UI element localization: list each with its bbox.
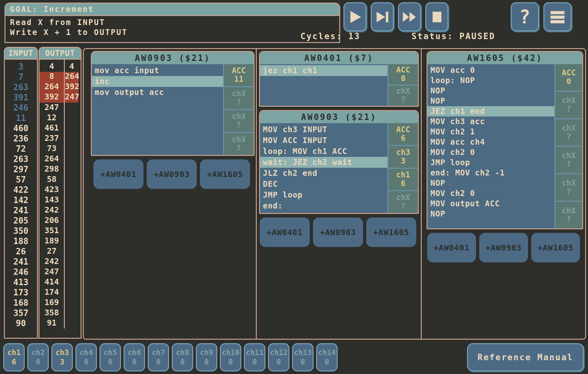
processor-panel-body: mov acc inputincmov output accACC11chX?c… — [92, 64, 254, 155]
output-actual-value: 247 — [65, 92, 79, 104]
output-expected-value: 461 — [39, 123, 64, 133]
code-editor[interactable]: MOV acc 0loop: NOPNOPNOPJEZ ch1 endMOV c… — [428, 64, 554, 228]
code-line[interactable]: MOV output ACC — [428, 199, 554, 209]
output-expected-value: 351 — [39, 226, 64, 236]
channel-label: ch6 — [128, 348, 141, 357]
add-processor-button-aw0401[interactable]: +AW0401 — [260, 217, 310, 247]
channel-button-ch5[interactable]: ch50 — [99, 343, 121, 371]
step-button[interactable] — [371, 2, 394, 31]
add-processor-button-aw0903[interactable]: +AW0903 — [479, 233, 528, 262]
menu-button[interactable] — [543, 2, 572, 31]
channel-button-ch1[interactable]: ch16 — [3, 343, 25, 371]
play-button[interactable] — [343, 2, 367, 31]
workspace-column-2: AW0401 ($7)jez ch1 ch1ACC0chX?AW0903 ($2… — [257, 49, 421, 339]
channel-button-ch6[interactable]: ch60 — [124, 343, 145, 371]
code-line[interactable]: NOP — [428, 96, 554, 106]
output-row: 44 — [39, 62, 81, 72]
register-chx: chX? — [388, 86, 418, 106]
code-line[interactable]: JMP loop — [428, 157, 554, 168]
output-row: 264 — [39, 154, 81, 164]
channel-button-ch3[interactable]: ch33 — [51, 343, 73, 371]
code-line[interactable]: JMP loop — [260, 190, 387, 200]
code-line[interactable]: MOV ch3 INPUT — [260, 124, 387, 135]
code-line[interactable]: mov output acc — [92, 87, 223, 98]
code-line[interactable]: MOV ch2 0 — [428, 188, 554, 199]
code-line[interactable]: end: — [260, 200, 387, 211]
code-line[interactable]: NOP — [428, 86, 554, 96]
reference-manual-button[interactable]: Reference Manual — [467, 343, 584, 371]
code-line[interactable]: JEZ ch1 end — [428, 106, 554, 116]
channel-button-ch4[interactable]: ch40 — [75, 343, 97, 371]
register-ch3: ch33 — [388, 146, 418, 169]
code-line[interactable]: JLZ ch2 end — [260, 168, 387, 179]
code-line[interactable]: jez ch1 ch1 — [260, 65, 387, 76]
register-value: ? — [237, 98, 241, 107]
code-line[interactable]: MOV acc 0 — [428, 65, 554, 75]
goal-line-2: Write X + 1 to OUTPUT — [10, 28, 335, 38]
code-line[interactable]: DEC — [260, 179, 387, 190]
input-value: 168 — [5, 298, 37, 308]
register-acc: ACC0 — [388, 64, 418, 86]
output-expected-value: 264 — [39, 154, 64, 164]
fast-forward-button[interactable] — [398, 2, 421, 31]
output-expected-value: 91 — [39, 318, 64, 328]
register-label: chX — [562, 96, 575, 105]
channel-button-ch13[interactable]: ch130 — [292, 343, 314, 371]
code-line[interactable]: mov acc input — [92, 65, 223, 76]
code-line[interactable]: MOV ACC INPUT — [260, 135, 387, 146]
code-line[interactable]: wait: JEZ ch2 wait — [260, 157, 387, 168]
channel-button-ch11[interactable]: ch110 — [244, 343, 265, 371]
stop-button[interactable] — [425, 2, 448, 31]
processor-panel: AW1605 ($42)MOV acc 0loop: NOPNOPNOPJEZ … — [427, 51, 583, 229]
output-row: 73 — [39, 144, 81, 154]
channel-button-ch9[interactable]: ch90 — [196, 343, 217, 371]
help-button[interactable]: ? — [511, 2, 539, 31]
register-column: ACC11chX?chX?chX? — [223, 64, 254, 155]
channel-button-ch8[interactable]: ch80 — [172, 343, 193, 371]
register-chx: chX? — [224, 110, 254, 133]
add-processor-button-aw0903[interactable]: +AW0903 — [313, 217, 363, 247]
code-line[interactable]: end: MOV ch2 -1 — [428, 168, 554, 178]
output-expected-value: 4 — [39, 62, 64, 72]
processor-panel-title: AW0903 ($21) — [92, 52, 254, 64]
add-processor-button-aw0903[interactable]: +AW0903 — [147, 159, 197, 189]
input-value: 90 — [5, 318, 37, 328]
code-line[interactable]: inc — [92, 76, 223, 87]
code-line[interactable]: MOV ch2 1 — [428, 127, 554, 137]
channel-button-ch7[interactable]: ch70 — [148, 343, 169, 371]
register-label: chX — [562, 179, 575, 188]
channel-button-ch12[interactable]: ch120 — [268, 343, 290, 371]
code-editor[interactable]: jez ch1 ch1 — [260, 64, 387, 106]
code-editor[interactable]: mov acc inputincmov output acc — [92, 64, 223, 155]
input-value: 297 — [5, 164, 37, 174]
channel-value: 0 — [84, 357, 89, 367]
output-expected-value: 358 — [39, 308, 64, 318]
channel-button-ch2[interactable]: ch20 — [27, 343, 49, 371]
add-processor-button-aw1605[interactable]: +AW1605 — [200, 159, 250, 189]
add-processor-button-aw0401[interactable]: +AW0401 — [93, 159, 143, 189]
channel-button-ch10[interactable]: ch100 — [220, 343, 241, 371]
input-value: 246 — [5, 103, 37, 113]
processor-panel-title: AW1605 ($42) — [428, 52, 582, 64]
channel-label: ch1 — [7, 348, 21, 357]
input-value: 357 — [5, 308, 37, 318]
code-line[interactable]: NOP — [428, 178, 554, 188]
code-line[interactable]: MOV ch2 0 — [428, 147, 554, 157]
code-editor[interactable]: MOV ch3 INPUTMOV ACC INPUTloop: MOV ch1 … — [260, 123, 387, 213]
add-processor-button-aw1605[interactable]: +AW1605 — [531, 233, 580, 262]
register-value: 0 — [401, 74, 405, 83]
channel-button-ch14[interactable]: ch140 — [316, 343, 338, 371]
code-line[interactable]: MOV ch3 acc — [428, 116, 554, 127]
register-label: ACC — [396, 125, 410, 134]
output-row: 392247 — [39, 92, 81, 103]
register-chx: chX? — [555, 92, 582, 119]
channel-value: 0 — [108, 357, 113, 367]
add-processor-button-aw1605[interactable]: +AW1605 — [366, 217, 416, 247]
step-icon — [375, 10, 389, 24]
register-label: chX — [232, 135, 246, 144]
add-processor-button-aw0401[interactable]: +AW0401 — [427, 233, 476, 262]
code-line[interactable]: loop: MOV ch1 ACC — [260, 146, 387, 157]
code-line[interactable]: loop: NOP — [428, 75, 554, 86]
code-line[interactable]: MOV acc ch4 — [428, 137, 554, 147]
code-line[interactable]: NOP — [428, 209, 554, 219]
